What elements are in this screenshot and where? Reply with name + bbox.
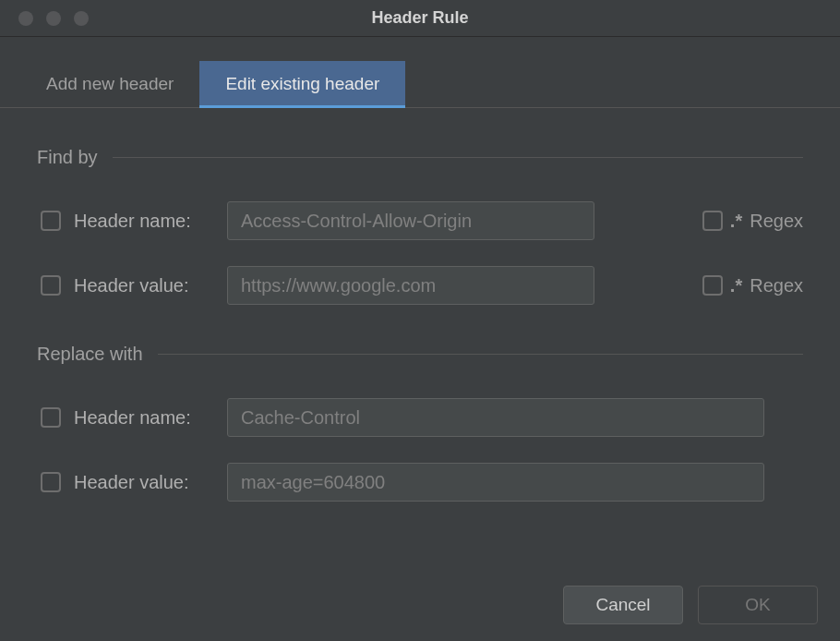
- find-header-value-label: Header value:: [74, 275, 214, 296]
- dialog-footer: Cancel OK: [563, 586, 818, 624]
- find-header-value-input[interactable]: [227, 266, 594, 305]
- find-header-value-regex-checkbox[interactable]: [702, 275, 723, 296]
- cancel-button[interactable]: Cancel: [563, 586, 683, 624]
- divider: [113, 157, 803, 158]
- titlebar: Header Rule: [0, 0, 840, 37]
- find-header-name-regex-group: .* Regex: [702, 211, 803, 232]
- tab-add-new-header[interactable]: Add new header: [20, 61, 199, 107]
- section-replace-with: Replace with Header name: Header value:: [37, 344, 803, 502]
- close-window-icon[interactable]: [18, 11, 33, 26]
- regex-icon: .*: [730, 275, 742, 296]
- replace-header-name-input[interactable]: [227, 398, 764, 437]
- window-controls: [0, 11, 89, 26]
- replace-header-value-row: Header value:: [37, 463, 803, 502]
- find-header-name-input[interactable]: [227, 201, 594, 240]
- find-header-value-regex-group: .* Regex: [702, 275, 803, 296]
- replace-header-value-label: Header value:: [74, 472, 214, 493]
- section-title-find-by: Find by: [37, 147, 98, 168]
- window-title: Header Rule: [371, 8, 468, 28]
- dialog-content: Find by Header name: .* Regex Header val…: [0, 147, 840, 502]
- tab-bar: Add new header Edit existing header: [0, 61, 840, 108]
- divider: [158, 354, 803, 355]
- replace-header-value-checkbox[interactable]: [41, 472, 61, 492]
- maximize-window-icon[interactable]: [74, 11, 89, 26]
- ok-button[interactable]: OK: [698, 586, 818, 624]
- section-find-by: Find by Header name: .* Regex Header val…: [37, 147, 803, 305]
- regex-icon: .*: [730, 211, 742, 232]
- replace-header-name-checkbox[interactable]: [41, 407, 61, 428]
- section-title-replace-with: Replace with: [37, 344, 143, 365]
- find-header-name-checkbox[interactable]: [41, 211, 61, 231]
- find-header-name-regex-checkbox[interactable]: [702, 211, 723, 231]
- find-header-name-regex-label: Regex: [750, 211, 803, 232]
- replace-header-value-input[interactable]: [227, 463, 764, 502]
- find-header-name-row: Header name: .* Regex: [37, 201, 803, 240]
- replace-header-name-label: Header name:: [74, 407, 214, 429]
- minimize-window-icon[interactable]: [46, 11, 61, 26]
- find-header-value-row: Header value: .* Regex: [37, 266, 803, 305]
- find-header-value-checkbox[interactable]: [41, 275, 61, 296]
- tab-edit-existing-header[interactable]: Edit existing header: [199, 61, 405, 107]
- find-header-value-regex-label: Regex: [750, 275, 803, 296]
- replace-header-name-row: Header name:: [37, 398, 803, 437]
- find-header-name-label: Header name:: [74, 211, 214, 232]
